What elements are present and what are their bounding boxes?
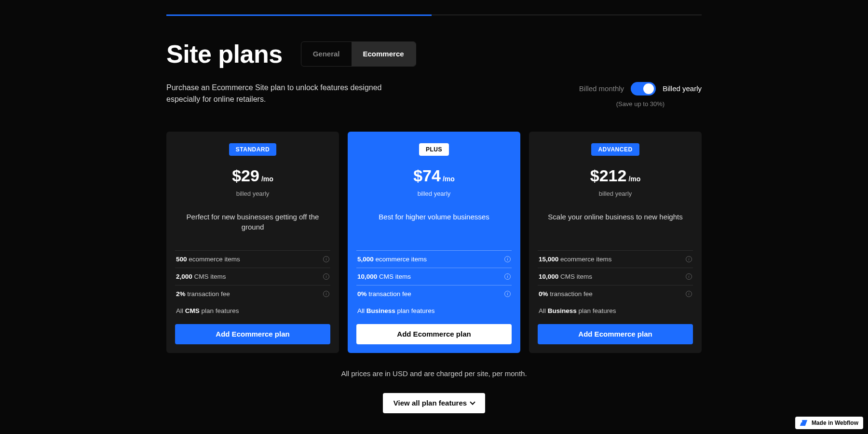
plan-billed-note: billed yearly: [356, 190, 512, 197]
tab-indicator-active: [166, 14, 432, 16]
plan-feature-list: 5,000 ecommerce itemsi10,000 CMS itemsi0…: [356, 250, 512, 302]
plan-card-advanced: ADVANCED$212/mobilled yearlyScale your o…: [529, 132, 702, 353]
plan-description: Perfect for new businesses getting off t…: [175, 212, 330, 241]
plan-card-plus: PLUS$74/mobilled yearlyBest for higher v…: [348, 132, 520, 353]
plan-price-row: $212/mo: [538, 166, 693, 185]
plan-price-suffix: /mo: [628, 175, 640, 183]
plan-all-features-line: All Business plan features: [538, 302, 693, 324]
tab-indicator-track: [166, 14, 702, 15]
plans-grid: STANDARD$29/mobilled yearlyPerfect for n…: [166, 132, 702, 353]
feature-text: 2% transaction fee: [176, 290, 230, 298]
billed-yearly-label[interactable]: Billed yearly: [663, 84, 702, 93]
plan-price: $212: [590, 166, 627, 185]
plan-feature-list: 15,000 ecommerce itemsi10,000 CMS itemsi…: [538, 250, 693, 302]
webflow-badge-text: Made in Webflow: [812, 420, 858, 426]
plan-badge: STANDARD: [229, 143, 276, 156]
feature-text: 10,000 CMS items: [357, 273, 411, 280]
page-title: Site plans: [166, 40, 283, 68]
info-icon[interactable]: i: [504, 273, 511, 280]
plan-badge: ADVANCED: [591, 143, 639, 156]
plan-all-features-line: All Business plan features: [356, 302, 512, 324]
info-icon[interactable]: i: [504, 256, 511, 262]
plan-price-row: $74/mo: [356, 166, 512, 185]
plan-description: Scale your online business to new height…: [538, 212, 693, 241]
plan-feature: 10,000 CMS itemsi: [538, 268, 693, 285]
save-note: (Save up to 30%): [579, 100, 702, 108]
plan-billed-note: billed yearly: [175, 190, 330, 197]
page-subtitle: Purchase an Ecommerce Site plan to unloc…: [166, 82, 388, 105]
plan-type-tabs: General Ecommerce: [301, 41, 416, 67]
add-plan-button[interactable]: Add Ecommerce plan: [356, 324, 512, 344]
plan-price-suffix: /mo: [443, 175, 455, 183]
plan-card-standard: STANDARD$29/mobilled yearlyPerfect for n…: [166, 132, 339, 353]
toggle-knob: [643, 83, 654, 94]
feature-text: 0% transaction fee: [539, 290, 593, 298]
feature-text: 500 ecommerce items: [176, 256, 240, 263]
add-plan-button[interactable]: Add Ecommerce plan: [175, 324, 330, 344]
plan-price: $29: [232, 166, 259, 185]
chevron-down-icon: [470, 399, 475, 405]
plan-price: $74: [413, 166, 441, 185]
feature-text: 10,000 CMS items: [539, 273, 592, 280]
plan-price-suffix: /mo: [261, 175, 273, 183]
plan-feature: 500 ecommerce itemsi: [175, 251, 330, 268]
billed-monthly-label[interactable]: Billed monthly: [579, 84, 624, 93]
tab-general[interactable]: General: [301, 42, 352, 66]
plan-feature: 15,000 ecommerce itemsi: [538, 251, 693, 268]
info-icon[interactable]: i: [323, 291, 329, 297]
plan-feature: 2% transaction feei: [175, 285, 330, 302]
feature-text: 5,000 ecommerce items: [357, 256, 427, 263]
plan-price-row: $29/mo: [175, 166, 330, 185]
feature-text: 0% transaction fee: [357, 290, 411, 298]
made-in-webflow-badge[interactable]: Made in Webflow: [795, 417, 863, 429]
pricing-footer-note: All prices are in USD and are charged pe…: [166, 369, 702, 378]
plan-feature-list: 500 ecommerce itemsi2,000 CMS itemsi2% t…: [175, 250, 330, 302]
plan-feature: 0% transaction feei: [538, 285, 693, 302]
plan-all-features-line: All CMS plan features: [175, 302, 330, 324]
plan-feature: 5,000 ecommerce itemsi: [356, 251, 512, 268]
plan-description: Best for higher volume businesses: [356, 212, 512, 241]
billing-switch[interactable]: [631, 82, 656, 95]
info-icon[interactable]: i: [686, 291, 692, 297]
webflow-logo-icon: [800, 420, 809, 426]
info-icon[interactable]: i: [504, 291, 511, 297]
feature-text: 15,000 ecommerce items: [539, 256, 612, 263]
plan-feature: 0% transaction feei: [356, 285, 512, 302]
add-plan-button[interactable]: Add Ecommerce plan: [538, 324, 693, 344]
info-icon[interactable]: i: [323, 256, 329, 262]
info-icon[interactable]: i: [323, 273, 329, 280]
view-all-label: View all plan features: [393, 399, 467, 407]
info-icon[interactable]: i: [686, 256, 692, 262]
info-icon[interactable]: i: [686, 273, 692, 280]
plan-feature: 10,000 CMS itemsi: [356, 268, 512, 285]
plan-feature: 2,000 CMS itemsi: [175, 268, 330, 285]
view-all-features-button[interactable]: View all plan features: [383, 393, 485, 413]
tab-ecommerce[interactable]: Ecommerce: [352, 42, 416, 66]
plan-billed-note: billed yearly: [538, 190, 693, 197]
billing-toggle: Billed monthly Billed yearly: [579, 82, 702, 95]
plan-badge: PLUS: [419, 143, 449, 156]
feature-text: 2,000 CMS items: [176, 273, 226, 280]
